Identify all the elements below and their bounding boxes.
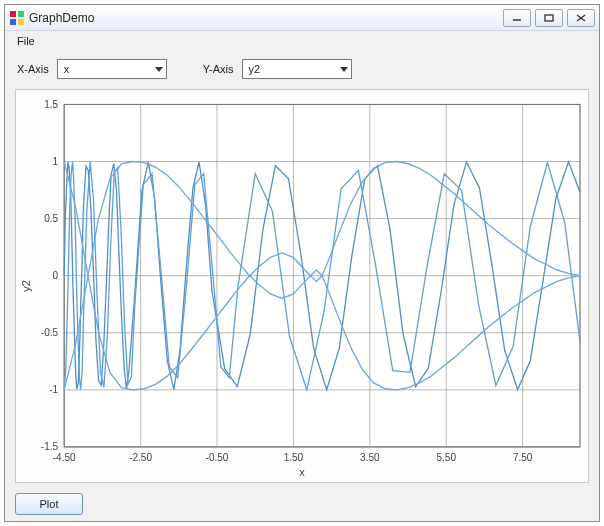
svg-text:-0.5: -0.5 (41, 327, 59, 338)
close-button[interactable] (567, 9, 595, 27)
svg-marker-8 (155, 67, 163, 72)
svg-text:-1: -1 (49, 384, 58, 395)
minimize-button[interactable] (503, 9, 531, 27)
svg-text:7.50: 7.50 (513, 452, 533, 463)
title-bar: GraphDemo (5, 5, 599, 31)
axis-controls: X-Axis x Y-Axis y2 (5, 51, 599, 85)
chevron-down-icon (340, 63, 348, 75)
plot-button-label: Plot (40, 498, 59, 510)
y-axis-title: y2 (20, 280, 32, 292)
xaxis-select[interactable]: x (57, 59, 167, 79)
chevron-down-icon (155, 63, 163, 75)
svg-text:5.50: 5.50 (436, 452, 456, 463)
menu-bar: File (5, 31, 599, 51)
svg-marker-9 (340, 67, 348, 72)
chart-panel: -4.50-2.50-0.501.503.505.507.50-1.5-1-0.… (15, 89, 589, 483)
svg-text:-2.50: -2.50 (129, 452, 152, 463)
svg-text:0.5: 0.5 (44, 213, 58, 224)
svg-text:-4.50: -4.50 (53, 452, 76, 463)
svg-text:1: 1 (53, 155, 59, 166)
yaxis-label: Y-Axis (203, 63, 234, 75)
svg-rect-0 (10, 11, 16, 17)
chart: -4.50-2.50-0.501.503.505.507.50-1.5-1-0.… (16, 90, 588, 482)
svg-rect-1 (18, 11, 24, 17)
menu-file[interactable]: File (11, 33, 41, 49)
app-icon (9, 10, 25, 26)
svg-text:-1.5: -1.5 (41, 441, 59, 452)
window-title: GraphDemo (29, 11, 499, 25)
app-window: GraphDemo File X-Axis x Y-Axis y2 (4, 4, 600, 522)
svg-text:-0.50: -0.50 (206, 452, 229, 463)
xaxis-label: X-Axis (17, 63, 49, 75)
svg-text:0: 0 (53, 270, 59, 281)
plot-button[interactable]: Plot (15, 493, 83, 515)
svg-text:3.50: 3.50 (360, 452, 380, 463)
svg-text:1.5: 1.5 (44, 98, 58, 109)
yaxis-select[interactable]: y2 (242, 59, 352, 79)
svg-text:1.50: 1.50 (284, 452, 304, 463)
svg-rect-2 (10, 19, 16, 25)
xaxis-select-value: x (64, 63, 70, 75)
yaxis-select-value: y2 (249, 63, 261, 75)
bottom-bar: Plot (5, 487, 599, 521)
maximize-button[interactable] (535, 9, 563, 27)
svg-rect-3 (18, 19, 24, 25)
svg-rect-5 (545, 15, 553, 21)
x-axis-title: x (299, 466, 305, 478)
